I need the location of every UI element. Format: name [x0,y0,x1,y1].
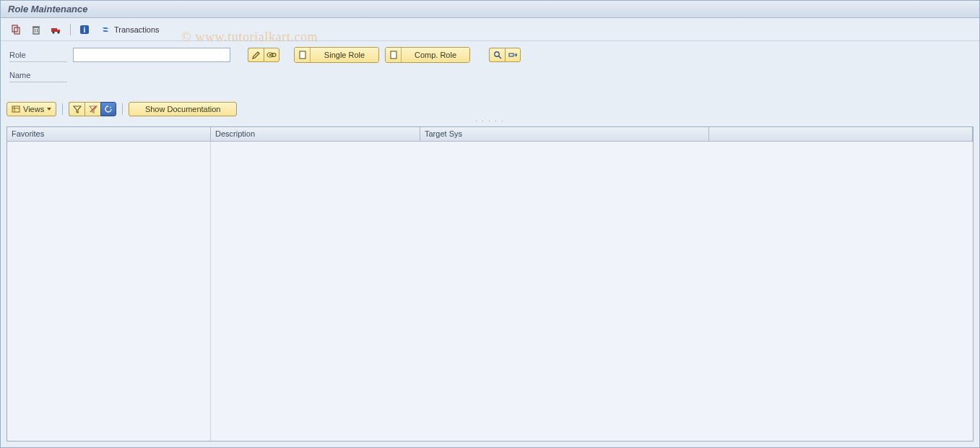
transactions-label: Transactions [114,25,160,34]
separator [62,103,63,115]
copy-icon[interactable] [8,22,24,37]
form-area: Role Single Role Comp. Role [1,41,979,90]
separator [70,24,71,35]
title-bar: Role Maintenance [1,1,979,18]
display-icon[interactable] [264,48,279,62]
role-label: Role [9,48,67,62]
svg-rect-16 [391,51,396,59]
col-target-sys[interactable]: Target Sys [420,127,709,141]
expand-icon[interactable] [505,48,521,62]
svg-rect-2 [33,27,39,34]
find-icon[interactable] [489,48,505,62]
app-toolbar: i Transactions [1,18,979,41]
svg-rect-15 [300,51,305,59]
create-comp-icon[interactable] [386,48,402,62]
show-documentation-button[interactable]: Show Documentation [129,102,237,116]
svg-rect-6 [51,28,57,32]
svg-rect-19 [509,53,513,56]
col-empty [709,127,973,141]
svg-text:i: i [84,26,86,34]
filter-remove-icon[interactable] [84,102,100,116]
transactions-button[interactable]: Transactions [97,23,164,36]
chevron-down-icon [47,108,51,111]
favorites-tree[interactable] [7,142,211,441]
separator [122,103,123,115]
info-icon[interactable]: i [77,22,92,37]
table-body [7,142,973,441]
name-label: Name [9,69,67,82]
comp-role-button[interactable]: Comp. Role [402,48,469,62]
filter-icon[interactable] [69,102,84,116]
favorites-table: Favorites Description Target Sys [6,126,974,441]
table-header: Favorites Description Target Sys [7,127,973,142]
col-favorites[interactable]: Favorites [7,127,211,141]
transport-icon[interactable] [48,22,64,37]
svg-point-17 [494,52,498,56]
svg-line-18 [498,56,501,59]
create-single-icon[interactable] [295,48,311,62]
svg-point-13 [269,54,271,56]
views-button[interactable]: Views [6,102,56,116]
col-description[interactable]: Description [211,127,420,141]
svg-rect-20 [12,106,19,112]
role-input[interactable] [73,48,230,62]
refresh-icon[interactable] [100,102,116,116]
svg-line-23 [90,106,96,112]
svg-point-9 [57,31,59,33]
edit-icon[interactable] [248,48,264,62]
svg-point-8 [52,31,54,33]
svg-point-14 [272,53,276,57]
page-title: Role Maintenance [8,4,88,14]
splitter-handle[interactable]: . . . . . [1,118,979,124]
single-role-button[interactable]: Single Role [311,48,378,62]
delete-icon[interactable] [28,22,44,37]
table-content [211,142,973,441]
